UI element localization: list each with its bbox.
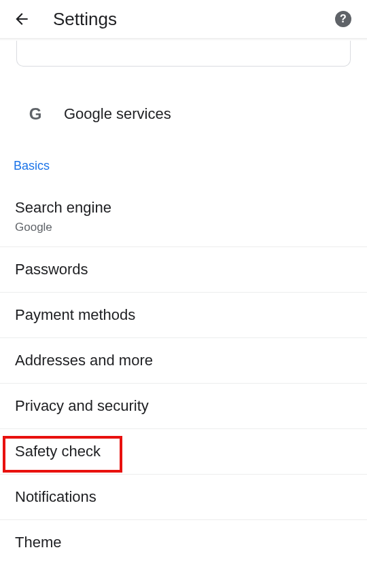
item-label: Theme — [15, 534, 352, 551]
help-icon: ? — [335, 11, 351, 27]
item-label: Privacy and security — [15, 397, 352, 415]
divider-gap — [0, 79, 367, 94]
back-button[interactable] — [10, 7, 34, 31]
item-label: Payment methods — [15, 306, 352, 324]
settings-item-theme[interactable]: Theme — [0, 520, 367, 565]
help-button[interactable]: ? — [333, 9, 353, 29]
google-services-label: Google services — [64, 105, 171, 123]
settings-item-passwords[interactable]: Passwords — [0, 247, 367, 293]
settings-item-safety-check[interactable]: Safety check — [0, 429, 367, 475]
item-label: Search engine — [15, 199, 352, 217]
app-bar: Settings ? — [0, 0, 367, 38]
google-icon: G — [26, 105, 45, 124]
item-label: Passwords — [15, 261, 352, 278]
sync-card[interactable] — [16, 41, 351, 67]
settings-item-search-engine[interactable]: Search engine Google — [0, 183, 367, 247]
google-services-row[interactable]: G Google services — [0, 94, 367, 134]
arrow-back-icon — [13, 10, 31, 28]
item-label: Safety check — [15, 443, 352, 460]
page-title: Settings — [53, 9, 333, 30]
item-label: Notifications — [15, 488, 352, 506]
item-sublabel: Google — [15, 221, 352, 234]
settings-item-privacy[interactable]: Privacy and security — [0, 384, 367, 429]
item-label: Addresses and more — [15, 352, 352, 369]
section-header-basics: Basics — [0, 134, 367, 183]
settings-item-addresses[interactable]: Addresses and more — [0, 338, 367, 384]
settings-item-payment-methods[interactable]: Payment methods — [0, 293, 367, 338]
settings-item-notifications[interactable]: Notifications — [0, 475, 367, 520]
